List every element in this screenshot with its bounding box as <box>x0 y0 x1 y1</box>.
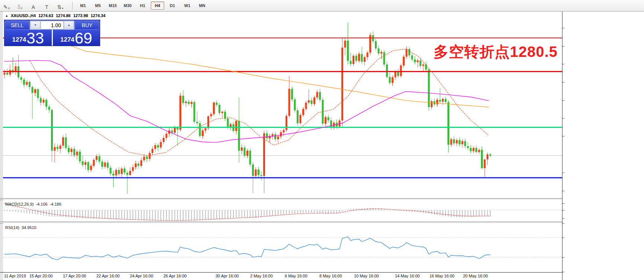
axis-tick-mark <box>562 203 564 204</box>
sell-price-display[interactable]: 1274 33 <box>4 30 52 46</box>
volume-decrease-button[interactable]: ▼ <box>31 21 40 29</box>
timeframe-button-h1[interactable]: H1 <box>136 1 149 10</box>
date-tick-label: 8 May 16:00 <box>319 274 342 278</box>
buy-price-display[interactable]: 1274 69 <box>53 30 100 46</box>
price-axis[interactable]: 1302.201298.251294.301290.351286.401282.… <box>562 12 644 280</box>
date-tick-label: 24 Apr 16:00 <box>130 274 153 278</box>
toolbar: ✎E⁞⁞FAT⇅▾ M1M5M15M30H1H4D1W1MN <box>0 0 644 12</box>
axis-tick-mark <box>562 218 564 219</box>
axis-tick-mark <box>562 173 564 173</box>
axis-tick-mark <box>562 210 564 210</box>
timeframe-button-h4[interactable]: H4 <box>151 1 164 10</box>
buy-button[interactable]: BUY <box>75 20 99 30</box>
date-tick-label: 26 Apr 16:00 <box>163 274 186 278</box>
draw-fibonacci-icon[interactable]: ⁞⁞F <box>14 1 26 10</box>
buy-price-small: 1274 <box>60 36 74 44</box>
timeframe-button-w1[interactable]: W1 <box>181 1 194 10</box>
one-click-trading-panel: SELL ▼ 1.00 ▲ BUY 1274 33 1274 69 <box>4 20 100 46</box>
axis-tick-mark <box>562 257 564 258</box>
symbol-name: XAUUSD-,H4 <box>11 13 36 18</box>
draw-text-icon[interactable]: A <box>28 1 39 10</box>
macd-main-value: -4.106 <box>36 202 47 206</box>
rsi-current-value: 34.9510 <box>22 225 36 230</box>
axis-tick-mark <box>562 64 564 64</box>
buy-price-big: 69 <box>75 32 92 45</box>
date-tick-label: 15 Apr 20:00 <box>29 274 52 278</box>
sell-price-small: 1274 <box>12 36 26 44</box>
macd-signal-value: -4.186 <box>50 202 61 206</box>
symbol-arrow-icon: ▲ <box>5 14 8 17</box>
date-tick-label: 20 May 16:00 <box>463 274 488 278</box>
volume-input[interactable]: 1.00 <box>41 21 64 29</box>
volume-increase-button[interactable]: ▲ <box>64 21 74 29</box>
symbol-info-line: ▲ XAUUSD-,H4 1274.63 1274.86 1273.98 127… <box>5 13 105 18</box>
date-tick-label: 14 May 16:00 <box>395 274 420 278</box>
axis-tick-mark <box>562 28 564 28</box>
rsi-label: RSI(14) 34.9510 <box>5 225 36 230</box>
sell-price-big: 33 <box>26 32 44 45</box>
timeframe-button-m30[interactable]: M30 <box>121 1 134 10</box>
axis-tick-mark <box>562 46 564 46</box>
timeframe-button-m1[interactable]: M1 <box>76 1 90 10</box>
macd-panel[interactable] <box>3 200 562 222</box>
axis-tick-mark <box>562 118 564 119</box>
volume-stepper: ▼ 1.00 ▲ <box>30 20 74 30</box>
symbol-low: 1273.98 <box>73 13 88 18</box>
axis-tick-mark <box>562 136 564 136</box>
timeframe-button-m5[interactable]: M5 <box>91 1 105 10</box>
arrows-dropdown-icon[interactable]: ⇅▾ <box>54 1 66 10</box>
axis-tick-mark <box>562 272 564 272</box>
date-tick-label: 2 May 16:00 <box>250 274 273 278</box>
date-tick-label: 6 May 16:00 <box>285 274 307 278</box>
symbol-high: 1274.86 <box>56 13 71 18</box>
axis-tick-mark <box>562 223 564 223</box>
date-tick-label: 30 Apr 16:00 <box>216 274 239 278</box>
date-tick-label: 16 May 16:00 <box>430 274 455 278</box>
date-tick-label: 22 Apr 16:00 <box>96 274 119 278</box>
axis-tick-mark <box>562 100 564 101</box>
sell-button[interactable]: SELL <box>5 20 29 30</box>
timeframe-button-d1[interactable]: D1 <box>166 1 179 10</box>
draw-elliott-icon[interactable]: ✎E <box>1 1 13 10</box>
axis-tick-mark <box>562 191 564 191</box>
date-tick-label: 10 May 16:00 <box>354 274 379 278</box>
timeframe-button-mn[interactable]: MN <box>195 1 209 10</box>
timeframe-toolbar: M1M5M15M30H1H4D1W1MN <box>76 1 210 10</box>
rsi-panel[interactable] <box>3 223 562 272</box>
chart-text-annotation: 多空转折点1280.5 <box>434 42 558 62</box>
axis-tick-mark <box>562 238 564 238</box>
rsi-line <box>4 237 490 260</box>
mt4-window: ✎E⁞⁞FAT⇅▾ M1M5M15M30H1H4D1W1MN 11 Apr 20… <box>0 0 644 280</box>
date-tick-label: 11 Apr 2019 <box>4 274 26 278</box>
toolbar-separator <box>72 1 73 10</box>
date-axis[interactable]: 11 Apr 201915 Apr 20:0017 Apr 20:0022 Ap… <box>3 273 562 280</box>
macd-name: MACD(12,26,9) <box>5 202 34 206</box>
macd-label: MACD(12,26,9) -4.106 -4.186 <box>5 202 61 206</box>
axis-tick-mark <box>562 82 564 83</box>
drawing-toolbar: ✎E⁞⁞FAT⇅▾ <box>0 1 67 10</box>
date-tick-label: 17 Apr 20:00 <box>63 274 86 278</box>
symbol-open: 1274.63 <box>38 13 53 18</box>
draw-label-icon[interactable]: T <box>41 1 53 10</box>
timeframe-button-m15[interactable]: M15 <box>106 1 119 10</box>
rsi-name: RSI(14) <box>5 225 19 230</box>
symbol-close: 1274.34 <box>90 13 105 18</box>
